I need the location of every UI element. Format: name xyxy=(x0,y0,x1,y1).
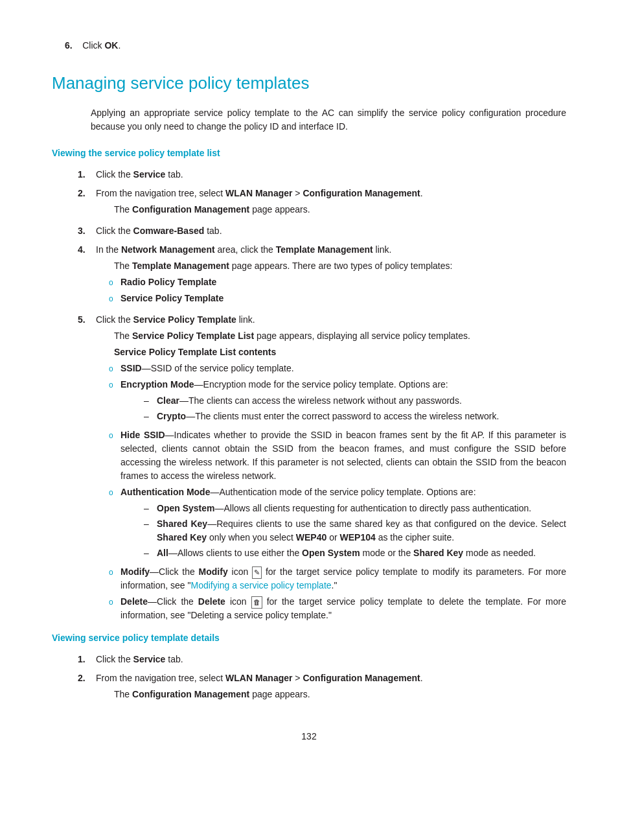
dash-shared-content: Shared Key—Requires clients to use the s… xyxy=(157,517,566,544)
bullet-radio: o Radio Policy Template xyxy=(109,275,566,289)
dash-marker-open: – xyxy=(144,502,157,515)
sub2-step-1-bold: Service xyxy=(133,654,166,664)
sub2-step-2-subnote-bold: Configuration Management xyxy=(132,689,249,699)
step-5-number: 5. xyxy=(78,313,96,327)
content-bullets: o SSID—SSID of the service policy templa… xyxy=(96,362,566,622)
dash-shared: – Shared Key—Requires clients to use the… xyxy=(144,517,566,544)
delete-content: Delete—Click the Delete icon 🗑 for the t… xyxy=(120,595,566,622)
step-5-subnote: The Service Policy Template List page ap… xyxy=(96,329,566,343)
sub2-step-1-content: Click the Service tab. xyxy=(96,653,566,666)
bullet-service-content: Service Policy Template xyxy=(120,292,566,305)
hide-ssid-content: Hide SSID—Indicates whether to provide t… xyxy=(120,428,566,483)
step-4-content: In the Network Management area, click th… xyxy=(96,243,566,308)
dash-clear-content: Clear—The clients can access the wireles… xyxy=(157,394,566,408)
dash-marker-all: – xyxy=(144,546,157,560)
dash-marker-crypto: – xyxy=(144,410,157,423)
step-4-subnote: The Template Management page appears. Th… xyxy=(96,259,566,273)
page-footer: 132 xyxy=(52,730,566,743)
dash-marker-clear: – xyxy=(144,394,157,408)
bullet-encryption: o Encryption Mode—Encryption mode for th… xyxy=(109,378,566,426)
sub2-step-1: 1. Click the Service tab. xyxy=(78,653,566,666)
dash-crypto-content: Crypto—The clients must enter the correc… xyxy=(157,410,566,423)
bullet-circle-modify: o xyxy=(109,566,120,578)
subsection2-steps: 1. Click the Service tab. 2. From the na… xyxy=(52,653,566,704)
step-3-content: Click the Comware-Based tab. xyxy=(96,224,566,238)
step-5-subheading: Service Policy Template List contents xyxy=(96,345,566,359)
step-1-content: Click the Service tab. xyxy=(96,168,566,181)
dash-open: – Open System—Allows all clients request… xyxy=(144,502,566,515)
delete-icon: 🗑 xyxy=(251,596,262,609)
modify-content: Modify—Click the Modify icon ✎ for the t… xyxy=(120,565,566,592)
step-4-bold2: Template Management xyxy=(276,244,373,255)
modify-icon: ✎ xyxy=(252,566,262,579)
subsection2-title: Viewing service policy template details xyxy=(52,631,566,645)
step-5-content: Click the Service Policy Template link. … xyxy=(96,313,566,625)
step-4-bold1: Network Management xyxy=(121,244,215,255)
sub2-step-1-number: 1. xyxy=(78,653,96,666)
bullet-ssid: o SSID—SSID of the service policy templa… xyxy=(109,362,566,375)
step-4-bullets: o Radio Policy Template o Service Policy… xyxy=(96,275,566,305)
dash-open-content: Open System—Allows all clients requestin… xyxy=(157,502,566,515)
bullet-delete: o Delete—Click the Delete icon 🗑 for the… xyxy=(109,595,566,622)
bullet-circle-delete: o xyxy=(109,596,120,608)
step-4-number: 4. xyxy=(78,243,96,257)
step-3: 3. Click the Comware-Based tab. xyxy=(78,224,566,238)
bullet-modify: o Modify—Click the Modify icon ✎ for the… xyxy=(109,565,566,592)
dash-crypto: – Crypto—The clients must enter the corr… xyxy=(144,410,566,423)
step-3-bold: Comware-Based xyxy=(133,226,205,236)
sub2-step-2-bold1: WLAN Manager xyxy=(225,673,292,683)
encryption-content: Encryption Mode—Encryption mode for the … xyxy=(120,378,566,426)
step-3-number: 3. xyxy=(78,224,96,238)
page-number: 132 xyxy=(301,731,316,741)
step-2-number: 2. xyxy=(78,187,96,200)
bullet-circle-auth: o xyxy=(109,487,120,498)
auth-content: Authentication Mode—Authentication mode … xyxy=(120,485,566,563)
bullet-circle-1: o xyxy=(109,277,120,288)
bullet-auth: o Authentication Mode—Authentication mod… xyxy=(109,485,566,563)
bullet-hide-ssid: o Hide SSID—Indicates whether to provide… xyxy=(109,428,566,483)
ssid-content: SSID—SSID of the service policy template… xyxy=(120,362,566,375)
dash-clear: – Clear—The clients can access the wirel… xyxy=(144,394,566,408)
dash-marker-shared: – xyxy=(144,517,157,531)
step-4: 4. In the Network Management area, click… xyxy=(78,243,566,308)
step-2-bold2: Configuration Management xyxy=(303,188,420,198)
sub2-step-2-number: 2. xyxy=(78,671,96,685)
bullet-service: o Service Policy Template xyxy=(109,292,566,305)
step-2-subnote: The Configuration Management page appear… xyxy=(96,203,566,216)
bullet-circle-2: o xyxy=(109,293,120,305)
bullet-radio-content: Radio Policy Template xyxy=(120,275,566,289)
dash-all-content: All—Allows clients to use either the Ope… xyxy=(157,546,566,560)
step-2: 2. From the navigation tree, select WLAN… xyxy=(78,187,566,219)
sub2-step-2: 2. From the navigation tree, select WLAN… xyxy=(78,671,566,704)
sub2-step-2-bold2: Configuration Management xyxy=(303,673,420,683)
step-1-number: 1. xyxy=(78,168,96,181)
step-5-subnote-bold: Service Policy Template List xyxy=(132,331,254,341)
contents-heading: Service Policy Template List contents xyxy=(114,347,276,357)
step-1-bold: Service xyxy=(133,169,166,180)
subsection1-steps: 1. Click the Service tab. 2. From the na… xyxy=(52,168,566,625)
modify-link[interactable]: Modifying a service policy template xyxy=(190,580,331,590)
bullet-circle-enc: o xyxy=(109,379,120,391)
step-6: 6. Click OK. xyxy=(52,39,566,52)
section-title: Managing service policy templates xyxy=(52,71,566,96)
step-2-content: From the navigation tree, select WLAN Ma… xyxy=(96,187,566,219)
step-1: 1. Click the Service tab. xyxy=(78,168,566,181)
bullet-circle-ssid: o xyxy=(109,363,120,375)
bullet-circle-hide: o xyxy=(109,430,120,441)
step-5: 5. Click the Service Policy Template lin… xyxy=(78,313,566,625)
encryption-dashes: – Clear—The clients can access the wirel… xyxy=(120,394,566,423)
intro-text: Applying an appropriate service policy t… xyxy=(52,106,566,134)
step-2-bold1: WLAN Manager xyxy=(225,188,292,198)
sub2-step-2-subnote: The Configuration Management page appear… xyxy=(96,688,566,701)
step-2-subnote-bold: Configuration Management xyxy=(132,204,249,215)
step-5-bold: Service Policy Template xyxy=(133,314,236,325)
step-6-number: 6. xyxy=(65,40,73,51)
dash-all: – All—Allows clients to use either the O… xyxy=(144,546,566,560)
sub2-step-2-content: From the navigation tree, select WLAN Ma… xyxy=(96,671,566,704)
step-4-subnote-bold: Template Management xyxy=(132,261,229,271)
subsection1-title: Viewing the service policy template list xyxy=(52,146,566,160)
step-6-bold: OK xyxy=(104,40,118,51)
auth-dashes: – Open System—Allows all clients request… xyxy=(120,502,566,560)
